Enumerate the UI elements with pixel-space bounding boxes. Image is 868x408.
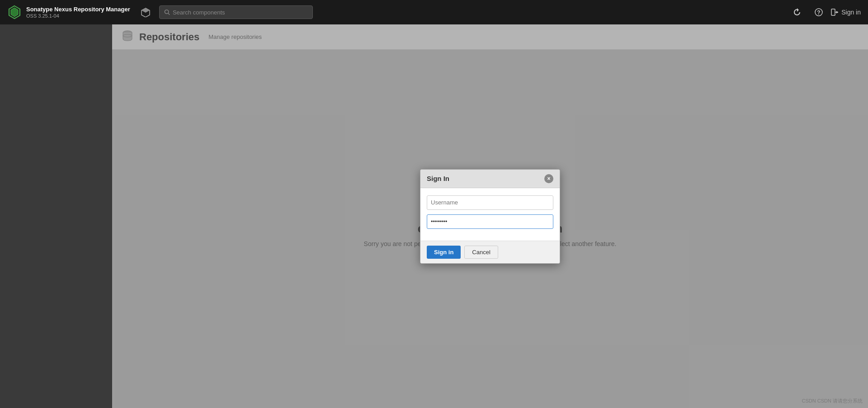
brand-logo-icon <box>7 5 22 19</box>
search-input[interactable] <box>173 9 308 16</box>
search-icon <box>164 9 170 15</box>
help-icon: ? <box>814 8 823 17</box>
content-area: Repositories Manage repositories e as yo… <box>112 24 868 408</box>
svg-rect-9 <box>831 9 835 15</box>
cancel-button[interactable]: Cancel <box>464 246 498 259</box>
brand-title: Sonatype Nexus Repository Manager <box>26 6 130 13</box>
username-input[interactable] <box>427 195 553 210</box>
dialog-close-button[interactable]: × <box>544 174 553 183</box>
dialog-header: Sign In × <box>420 170 560 188</box>
refresh-button[interactable] <box>789 4 805 20</box>
svg-marker-3 <box>142 8 150 13</box>
svg-point-4 <box>165 10 168 14</box>
search-bar <box>159 5 313 19</box>
refresh-icon <box>793 8 802 17</box>
sidebar <box>0 24 112 408</box>
svg-marker-11 <box>836 11 838 14</box>
close-icon: × <box>547 176 550 182</box>
dialog-body <box>420 188 560 241</box>
signin-dialog: Sign In × Sign in Cancel <box>420 169 560 264</box>
svg-text:?: ? <box>817 9 821 16</box>
signin-submit-button[interactable]: Sign in <box>427 246 461 259</box>
password-input[interactable] <box>427 214 553 229</box>
sign-in-icon <box>830 8 839 16</box>
sign-in-button[interactable]: Sign in <box>830 8 861 16</box>
svg-line-5 <box>168 13 170 14</box>
help-button[interactable]: ? <box>811 4 827 20</box>
modal-overlay: Sign In × Sign in Cancel <box>112 24 868 408</box>
right-actions: ? Sign in <box>787 4 861 20</box>
cube-icon-button[interactable] <box>137 4 154 20</box>
svg-marker-1 <box>11 8 18 17</box>
brand-area: Sonatype Nexus Repository Manager OSS 3.… <box>7 5 130 19</box>
dialog-title: Sign In <box>427 175 449 182</box>
navbar: Sonatype Nexus Repository Manager OSS 3.… <box>0 0 868 24</box>
brand-subtitle: OSS 3.25.1-04 <box>26 13 130 19</box>
sign-in-label: Sign in <box>841 9 861 16</box>
dialog-footer: Sign in Cancel <box>420 241 560 263</box>
svg-marker-6 <box>797 8 799 12</box>
main-layout: Repositories Manage repositories e as yo… <box>0 24 868 408</box>
cube-icon <box>141 7 151 17</box>
brand-text: Sonatype Nexus Repository Manager OSS 3.… <box>26 6 130 19</box>
